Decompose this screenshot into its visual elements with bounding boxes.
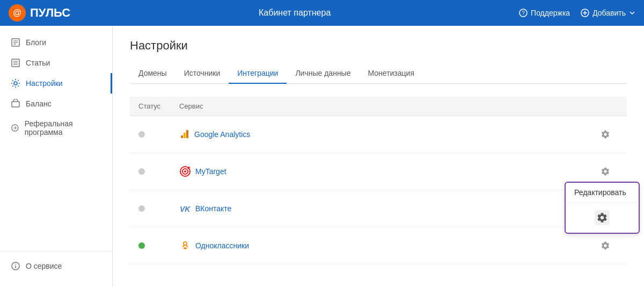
layout: Блоги Статьи Настройки Баланс [0,26,644,287]
logo-icon: @ [9,4,26,21]
gear-icon [601,130,610,139]
svg-point-28 [184,242,186,245]
sidebar-balance-label: Баланс [26,99,52,108]
referral-icon [11,123,19,133]
sidebar-item-balance[interactable]: Баланс [0,94,112,114]
balance-icon [11,99,20,109]
sidebar-item-settings[interactable]: Настройки [0,73,112,94]
status-dot-mt [138,168,145,175]
gear-button-mt[interactable] [597,163,614,180]
col-service-header: Сервис [179,102,588,110]
settings-icon [11,78,20,88]
mt-name: MyTarget [195,167,226,176]
svg-point-24 [184,170,186,173]
service-ga: Google Analytics [179,129,588,140]
ga-name: Google Analytics [194,130,250,139]
page-title: Настройки [130,39,627,53]
popup-gear-button[interactable] [595,210,610,225]
tab-monetization[interactable]: Монетизация [359,63,423,84]
add-button[interactable]: Добавить [581,9,635,17]
mytarget-icon [179,166,191,177]
sidebar-blogs-label: Блоги [26,38,46,47]
ok-icon [179,240,191,252]
svg-point-18 [15,264,16,265]
sidebar-item-referral[interactable]: Реферальная программа [0,114,112,142]
gear-icon [601,241,610,250]
tab-domains[interactable]: Домены [130,63,175,84]
tab-sources[interactable]: Источники [175,63,229,84]
chevron-down-icon [629,10,635,16]
support-button[interactable]: ? Поддержка [519,9,570,17]
book-icon [11,38,20,47]
status-dot-ga [138,131,145,138]
svg-text:?: ? [522,10,525,16]
gear-icon [601,167,610,176]
logo[interactable]: @ ПУЛЬС [9,4,70,21]
sidebar-articles-label: Статьи [26,59,50,67]
col-status-header: Статус [138,102,171,110]
sidebar-item-articles[interactable]: Статьи [0,53,112,73]
sidebar: Блоги Статьи Настройки Баланс [0,26,113,287]
info-icon [11,261,20,271]
tab-personal[interactable]: Личные данные [287,63,359,84]
plus-icon [581,9,589,17]
ga-icon [179,129,190,140]
sidebar-bottom: О сервисе [0,251,112,281]
ok-name: Одноклассники [195,241,249,250]
add-label: Добавить [592,9,626,17]
gear-popup: Редактировать [565,182,640,234]
vk-name: ВКонтакте [195,204,231,213]
main-content: Настройки Домены Источники Интеграции Ли… [113,26,644,287]
status-dot-ok [138,242,145,249]
question-icon: ? [519,9,528,17]
table-row: MyTarget [130,153,627,190]
svg-rect-14 [12,102,19,107]
gear-button-ga[interactable] [597,126,614,143]
logo-text: ПУЛЬС [30,6,70,20]
svg-rect-20 [184,133,186,138]
support-label: Поддержка [531,9,570,17]
sidebar-referral-label: Реферальная программа [25,119,101,137]
sidebar-settings-label: Настройки [26,79,63,88]
table-row: Одноклассники [130,227,627,264]
svg-rect-21 [186,130,188,138]
vk-icon: VK [179,203,191,214]
tabs: Домены Источники Интеграции Личные данны… [130,63,627,84]
sidebar-item-about[interactable]: О сервисе [0,256,112,276]
sidebar-item-blogs[interactable]: Блоги [0,32,112,53]
table-header: Статус Сервис [130,97,627,116]
service-mt: MyTarget [179,166,588,177]
service-ok: Одноклассники [179,240,588,252]
service-vk: VK ВКонтакте [179,203,588,214]
table-row: Google Analytics [130,116,627,153]
popup-edit-button[interactable]: Редактировать [566,183,639,203]
table-row: VK ВКонтакте [130,190,627,227]
popup-gear-icon [596,212,608,224]
header-center-title: Кабинет партнера [259,8,331,18]
gear-button-ok[interactable] [597,237,614,254]
sidebar-about-label: О сервисе [26,262,62,270]
tab-integrations[interactable]: Интеграции [229,63,287,84]
svg-point-13 [14,82,17,85]
header: @ ПУЛЬС Кабинет партнера ? Поддержка Доб… [0,0,644,26]
svg-rect-19 [181,135,183,138]
article-icon [11,58,20,68]
status-dot-vk [138,205,145,212]
svg-text:VK: VK [180,205,191,213]
popup-gear-section [566,203,639,233]
header-right: ? Поддержка Добавить [519,9,635,17]
